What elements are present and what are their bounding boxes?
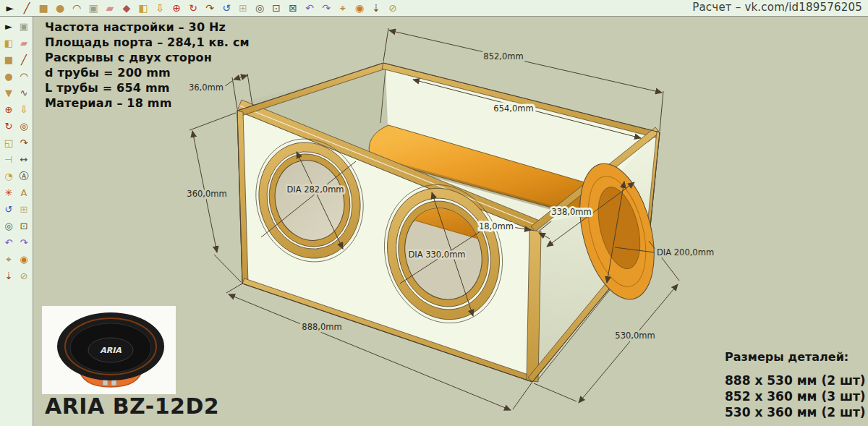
credit-text: Расчет – vk.com/id189576205 [692,1,862,14]
speaker-logo: ARIA [100,346,122,355]
dim-bottom-width: 888,0mm [302,322,341,332]
orbit-icon[interactable]: ↺ [221,1,232,15]
rotate-icon[interactable]: ↻ [187,1,199,15]
product-photo: ARIA [42,306,176,394]
dim-top-outer: 852,0mm [483,51,523,61]
position-camera-icon[interactable]: ⌖ [1,252,17,266]
design-notes: Частота настройки – 30 HzПлощадь порта –… [45,20,250,111]
paint-bucket-icon[interactable]: ◧ [137,1,149,15]
look-around-icon[interactable]: ◉ [17,252,32,266]
paint-bucket-icon[interactable]: ◧ [1,36,17,50]
design-note-line: Частота настройки – 30 Hz [45,20,250,35]
texture-icon[interactable]: ◆ [121,1,132,15]
pan-icon[interactable]: ⊞ [17,203,32,216]
part-size-line: 530 x 360 мм (2 шт) [725,404,866,420]
dim-port-length: 654,0mm [493,103,533,114]
section-plane-icon[interactable]: ⊘ [387,1,399,15]
select-icon[interactable]: ► [1,20,17,33]
look-around-icon[interactable]: ◉ [354,1,365,15]
top-toolbar: ►╱■●◠▣▰◆◧⇩⊕↻↷↺⊞◎⊡⊠↶↷⌖◉⇣⊘ Расчет – vk.com… [0,0,868,17]
dim-side-inner: 338,0mm [551,207,591,217]
design-note-line: d трубы = 200 mm [45,65,250,80]
freehand-icon[interactable]: ∿ [17,86,32,100]
walk-icon[interactable]: ⇣ [1,269,17,283]
rectangle-icon[interactable]: ■ [1,53,17,67]
follow-me-icon[interactable]: ↷ [17,136,32,150]
design-note-line: Площадь порта – 284,1 кв. см [45,35,250,50]
dim-material: 18,0mm [479,221,514,231]
rectangle-icon[interactable]: ■ [38,1,49,15]
line-icon[interactable]: ╱ [17,53,32,67]
next-view-icon[interactable]: ↷ [17,236,32,250]
previous-view-icon[interactable]: ↶ [1,236,17,250]
arc-icon[interactable]: ◠ [17,69,32,83]
protractor-icon[interactable]: ◔ [1,169,17,183]
zoom-window-icon[interactable]: ⊡ [271,1,282,15]
dim-dia-port: DIA 200,0mm [657,247,714,257]
position-camera-icon[interactable]: ⌖ [337,1,349,15]
follow-me-icon[interactable]: ↷ [204,1,216,15]
circle-icon[interactable]: ● [54,1,66,15]
move-icon[interactable]: ⊕ [171,1,182,15]
zoom-icon[interactable]: ◎ [254,1,265,15]
zoom-icon[interactable]: ◎ [1,219,17,233]
design-note-line: Раскрывы с двух сторон [45,50,250,65]
line-icon[interactable]: ╱ [21,1,33,15]
make-component-icon[interactable]: ▣ [17,20,32,33]
walk-icon[interactable]: ⇣ [370,1,382,15]
axes-icon[interactable]: ✳ [1,186,17,200]
offset-icon[interactable]: ◎ [17,119,32,133]
pan-icon[interactable]: ⊞ [237,1,249,15]
parts-list-title: Размеры деталей: [725,350,866,364]
make-component-icon[interactable]: ▣ [88,1,99,15]
eraser-icon[interactable]: ▰ [17,36,32,50]
next-view-icon[interactable]: ↷ [320,1,332,15]
section-plane-icon[interactable]: ⊘ [17,269,32,283]
tape-measure-icon[interactable]: ⊣ [1,153,17,166]
eraser-icon[interactable]: ▰ [104,1,116,15]
zoom-extents-icon[interactable]: ⊠ [287,1,299,15]
3d-text-icon[interactable]: A [17,186,32,200]
select-icon[interactable]: ► [4,1,16,15]
dim-dia-flare: DIA 330,0mm [408,250,465,260]
rotate-icon[interactable]: ↻ [1,119,17,133]
part-size-line: 852 x 360 мм (3 шт) [725,388,866,404]
previous-view-icon[interactable]: ↶ [304,1,315,15]
part-size-line: 888 x 530 мм (2 шт) [725,372,866,388]
design-note-line: Материал – 18 mm [45,95,250,111]
dimension-icon[interactable]: ↔ [17,153,32,166]
move-icon[interactable]: ⊕ [1,103,17,116]
speaker-box-model[interactable] [237,63,667,382]
arc-icon[interactable]: ◠ [71,1,82,15]
dim-depth: 530,0mm [615,331,655,341]
polygon-icon[interactable]: ▼ [1,86,17,100]
parts-list: Размеры деталей: 888 x 530 мм (2 шт)852 … [725,350,866,420]
dim-dia-cutout: DIA 282,0mm [286,184,344,195]
scale-icon[interactable]: ◱ [1,136,17,150]
push-pull-icon[interactable]: ⇩ [154,1,166,15]
circle-icon[interactable]: ● [1,69,17,83]
product-title: ARIA BZ-12D2 [45,393,219,419]
text-icon[interactable]: Ⓐ [17,169,32,183]
design-note-line: L трубы = 654 mm [45,80,250,95]
zoom-window-icon[interactable]: ⊡ [17,219,32,233]
orbit-icon[interactable]: ↺ [1,203,17,216]
push-pull-icon[interactable]: ⇩ [17,103,32,116]
tool-sidebar: ►▣◧▰■╱●◠▼∿⊕⇩↻◎◱↷⊣↔◔Ⓐ✳A↺⊞◎⊡↶↷⌖◉⇣⊘ [0,16,33,426]
dim-height: 360,0mm [187,189,226,199]
